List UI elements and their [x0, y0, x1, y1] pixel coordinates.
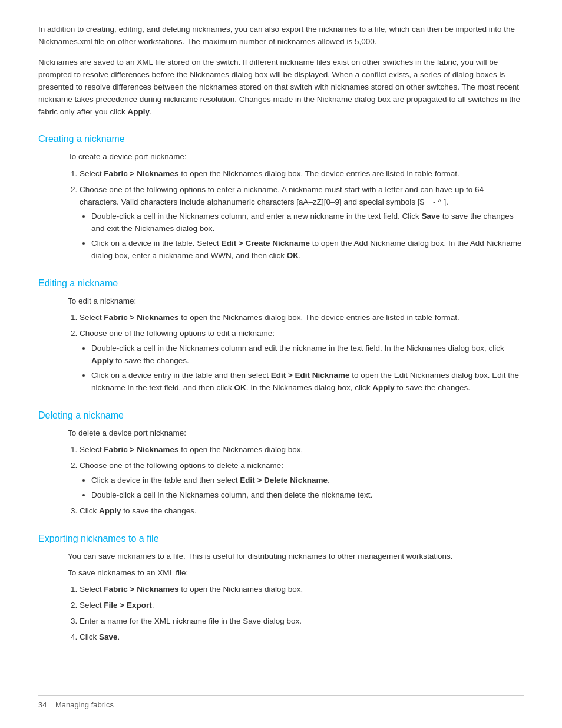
- editing-bullets: Double-click a cell in the Nicknames col…: [91, 342, 524, 394]
- deleting-step-2: Choose one of the following options to d…: [80, 460, 524, 502]
- deleting-step-3: Click Apply to save the changes.: [80, 505, 524, 518]
- editing-intro: To edit a nickname:: [68, 295, 524, 307]
- deleting-steps: Select Fabric > Nicknames to open the Ni…: [80, 444, 524, 518]
- section-heading-creating: Creating a nickname: [38, 132, 524, 146]
- intro-para-1: In addition to creating, editing, and de…: [38, 24, 524, 48]
- editing-steps: Select Fabric > Nicknames to open the Ni…: [80, 312, 524, 394]
- page-footer: 34 Managing fabrics: [38, 695, 524, 711]
- editing-step-1: Select Fabric > Nicknames to open the Ni…: [80, 312, 524, 324]
- creating-step-2: Choose one of the following options to e…: [80, 184, 524, 263]
- deleting-bullet-2: Double-click a cell in the Nicknames col…: [91, 489, 524, 502]
- editing-bullet-1: Double-click a cell in the Nicknames col…: [91, 342, 524, 367]
- section-heading-editing: Editing a nickname: [38, 276, 524, 291]
- page-number: 34: [38, 700, 47, 709]
- deleting-bullets: Click a device in the table and then sel…: [91, 475, 524, 502]
- intro-para-2: Nicknames are saved to an XML file store…: [38, 57, 524, 118]
- exporting-steps: Select Fabric > Nicknames to open the Ni…: [80, 584, 524, 644]
- creating-bullet-2: Click on a device in the table. Select E…: [91, 238, 524, 262]
- exporting-step-3: Enter a name for the XML nickname file i…: [80, 615, 524, 628]
- section-heading-deleting: Deleting a nickname: [38, 409, 524, 423]
- creating-intro: To create a device port nickname:: [68, 151, 524, 163]
- exporting-intro-2: To save nicknames to an XML file:: [68, 567, 524, 579]
- deleting-bullet-1: Click a device in the table and then sel…: [91, 475, 524, 487]
- creating-steps: Select Fabric > Nicknames to open the Ni…: [80, 168, 524, 262]
- footer-divider: [38, 695, 524, 696]
- creating-step-1: Select Fabric > Nicknames to open the Ni…: [80, 168, 524, 180]
- footer-text: 34 Managing fabrics: [38, 700, 114, 709]
- deleting-intro: To delete a device port nickname:: [68, 427, 524, 439]
- footer-section: Managing fabrics: [55, 700, 114, 709]
- section-heading-exporting: Exporting nicknames to a file: [38, 532, 524, 546]
- editing-step-2: Choose one of the following options to e…: [80, 328, 524, 394]
- deleting-step-1: Select Fabric > Nicknames to open the Ni…: [80, 444, 524, 456]
- exporting-step-4: Click Save.: [80, 631, 524, 644]
- editing-bullet-2: Click on a device entry in the table and…: [91, 370, 524, 394]
- exporting-step-2: Select File > Export.: [80, 599, 524, 612]
- creating-bullet-1: Double-click a cell in the Nicknames col…: [91, 210, 524, 235]
- page: In addition to creating, editing, and de…: [0, 0, 562, 728]
- creating-bullets: Double-click a cell in the Nicknames col…: [91, 210, 524, 262]
- exporting-step-1: Select Fabric > Nicknames to open the Ni…: [80, 584, 524, 596]
- exporting-intro-1: You can save nicknames to a file. This i…: [68, 551, 524, 562]
